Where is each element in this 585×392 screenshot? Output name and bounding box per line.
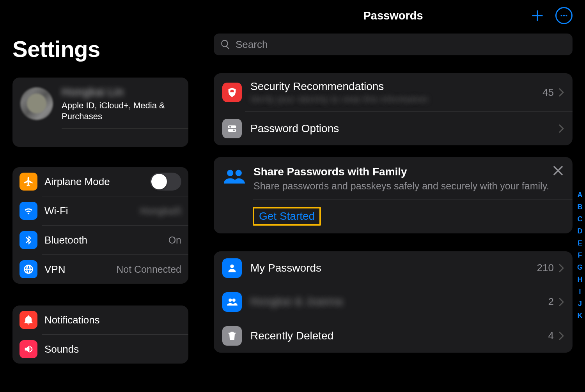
security-recommendations-row[interactable]: Security Recommendations Verify your ide… <box>214 73 573 111</box>
main-pane: Passwords Security Recommendations Verif… <box>201 0 585 392</box>
recently-deleted-label: Recently Deleted <box>250 330 548 342</box>
globe-icon <box>20 260 37 278</box>
security-text: Security Recommendations Verify your ide… <box>250 80 542 104</box>
vpn-value: Not Connected <box>116 264 181 275</box>
alpha-index-rail[interactable]: A B C D E F G H I J K <box>577 191 583 320</box>
chevron-right-icon <box>558 297 564 307</box>
shared-group-row[interactable]: Hongkai & Joanna 2 <box>214 285 573 319</box>
speaker-icon <box>20 340 37 358</box>
security-subtitle-obscured: Verify your identity to view this inform… <box>250 94 542 104</box>
profile-card: Hongkai Lin Apple ID, iCloud+, Media & P… <box>12 78 188 147</box>
index-letter[interactable]: C <box>577 215 582 223</box>
bluetooth-value: On <box>168 235 181 246</box>
trash-icon <box>222 326 242 346</box>
index-letter[interactable]: H <box>577 275 582 284</box>
settings-title: Settings <box>12 36 188 62</box>
sounds-row[interactable]: Sounds <box>12 335 188 364</box>
my-passwords-label: My Passwords <box>250 262 537 274</box>
get-started-button[interactable]: Get Started <box>259 210 315 222</box>
profile-subtitle: Apple ID, iCloud+, Media & Purchases <box>62 100 181 122</box>
sounds-label: Sounds <box>44 343 181 355</box>
svg-point-11 <box>232 298 236 302</box>
promo-title: Share Passwords with Family <box>254 166 551 178</box>
more-button[interactable] <box>555 7 573 24</box>
index-letter[interactable]: G <box>577 263 583 272</box>
index-letter[interactable]: E <box>578 239 582 247</box>
index-letter[interactable]: K <box>577 312 582 320</box>
profile-text: Hongkai Lin Apple ID, iCloud+, Media & P… <box>62 85 181 122</box>
notifications-row[interactable]: Notifications <box>12 305 188 334</box>
search-field[interactable] <box>214 34 573 55</box>
chevron-right-icon <box>558 88 564 97</box>
general-group: Notifications Sounds <box>12 305 188 364</box>
avatar <box>20 87 53 120</box>
chevron-right-icon <box>558 124 564 133</box>
get-started-highlight: Get Started <box>253 207 321 226</box>
security-title: Security Recommendations <box>250 80 542 93</box>
svg-point-8 <box>236 170 242 176</box>
wifi-row[interactable]: Wi-Fi Hongkai5 <box>12 196 188 225</box>
airplane-icon <box>20 173 37 191</box>
shield-alert-icon <box>222 83 242 102</box>
index-letter[interactable]: F <box>578 251 582 260</box>
person-icon <box>222 258 242 278</box>
add-button[interactable] <box>529 7 546 24</box>
bluetooth-row[interactable]: Bluetooth On <box>12 226 188 254</box>
airplane-mode-row[interactable]: Airplane Mode <box>12 167 188 196</box>
svg-rect-5 <box>228 129 236 132</box>
svg-point-1 <box>563 15 565 16</box>
index-letter[interactable]: I <box>579 288 581 296</box>
password-options-label: Password Options <box>250 122 558 135</box>
people-icon <box>224 166 245 187</box>
airplane-toggle[interactable] <box>150 173 181 191</box>
chevron-right-icon <box>558 263 564 273</box>
ellipsis-icon <box>560 11 568 20</box>
my-passwords-count: 210 <box>537 262 554 274</box>
main-header: Passwords <box>214 0 573 31</box>
index-letter[interactable]: B <box>577 203 582 211</box>
search-icon <box>220 39 231 50</box>
passwords-lists-group: My Passwords 210 Hongkai & Joanna 2 Rece… <box>214 251 573 353</box>
share-family-promo: Share Passwords with Family Share passwo… <box>214 157 573 233</box>
svg-point-4 <box>229 126 231 128</box>
airplane-label: Airplane Mode <box>44 176 150 188</box>
svg-point-0 <box>560 15 562 16</box>
promo-subtitle: Share passwords and passkeys safely and … <box>254 180 551 192</box>
bluetooth-label: Bluetooth <box>44 234 168 246</box>
recently-deleted-count: 4 <box>548 330 554 342</box>
shared-group-count: 2 <box>548 296 554 308</box>
svg-point-10 <box>229 298 232 302</box>
people-icon <box>222 292 242 312</box>
settings-sidebar: Settings Hongkai Lin Apple ID, iCloud+, … <box>0 0 201 392</box>
my-passwords-row[interactable]: My Passwords 210 <box>214 251 573 285</box>
page-title: Passwords <box>363 9 423 22</box>
promo-action-area: Get Started <box>214 200 573 233</box>
profile-name-obscured: Hongkai Lin <box>62 85 181 99</box>
svg-point-7 <box>227 170 233 176</box>
chevron-right-icon <box>558 331 564 341</box>
svg-rect-3 <box>228 125 236 128</box>
notifications-label: Notifications <box>44 314 181 326</box>
vpn-label: VPN <box>44 263 116 275</box>
profile-spacer <box>62 128 188 147</box>
promo-text: Share Passwords with Family Share passwo… <box>254 166 562 192</box>
security-group: Security Recommendations Verify your ide… <box>214 73 573 145</box>
wifi-label: Wi-Fi <box>44 205 140 217</box>
index-letter[interactable]: A <box>577 191 582 199</box>
recently-deleted-row[interactable]: Recently Deleted 4 <box>214 319 573 353</box>
password-options-text: Password Options <box>250 122 558 135</box>
bell-icon <box>20 311 37 329</box>
svg-point-9 <box>230 264 234 268</box>
apple-id-row[interactable]: Hongkai Lin Apple ID, iCloud+, Media & P… <box>12 78 188 128</box>
bluetooth-icon <box>20 231 37 249</box>
search-input[interactable] <box>236 39 566 51</box>
shared-group-label-obscured: Hongkai & Joanna <box>250 296 548 308</box>
security-count: 45 <box>542 87 554 99</box>
svg-point-2 <box>566 15 567 16</box>
toggles-icon <box>222 119 242 138</box>
index-letter[interactable]: D <box>577 227 582 235</box>
index-letter[interactable]: J <box>578 300 582 308</box>
vpn-row[interactable]: VPN Not Connected <box>12 255 188 284</box>
password-options-row[interactable]: Password Options <box>214 112 573 145</box>
close-button[interactable] <box>552 165 564 177</box>
